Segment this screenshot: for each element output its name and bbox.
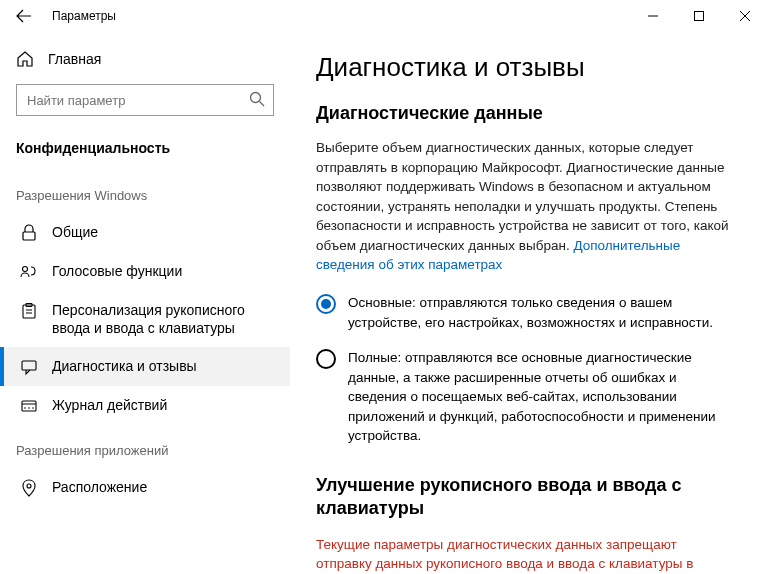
radio-full[interactable]: Полные: отправляются все основные диагно…	[316, 348, 736, 446]
sidebar-item-activity[interactable]: Журнал действий	[0, 386, 290, 425]
svg-rect-1	[695, 12, 704, 21]
svg-point-2	[251, 93, 261, 103]
feedback-icon	[20, 358, 38, 376]
activity-icon	[20, 397, 38, 415]
sidebar: Главная Конфиденциальность Разрешения Wi…	[0, 32, 290, 574]
sidebar-item-label: Общие	[52, 223, 98, 241]
group-app-permissions: Разрешения приложений	[0, 425, 290, 468]
location-icon	[20, 479, 38, 497]
home-label: Главная	[48, 51, 101, 67]
home-icon	[16, 50, 34, 68]
svg-point-15	[32, 408, 34, 410]
intro-text: Выберите объем диагностических данных, к…	[316, 140, 729, 253]
sidebar-item-label: Диагностика и отзывы	[52, 357, 197, 375]
radio-button-icon	[316, 294, 336, 314]
minimize-icon	[648, 11, 658, 21]
warning-text: Текущие параметры диагностических данных…	[316, 535, 736, 574]
svg-line-3	[260, 102, 265, 107]
group-windows-permissions: Разрешения Windows	[0, 170, 290, 213]
category-title: Конфиденциальность	[0, 134, 290, 170]
sidebar-item-speech[interactable]: Голосовые функции	[0, 252, 290, 291]
sidebar-item-general[interactable]: Общие	[0, 213, 290, 252]
radio-button-icon	[316, 349, 336, 369]
home-nav[interactable]: Главная	[0, 42, 290, 76]
section-heading-diagnostic: Диагностические данные	[316, 103, 736, 124]
content-area: Диагностика и отзывы Диагностические дан…	[290, 32, 768, 574]
close-icon	[740, 11, 750, 21]
page-title: Диагностика и отзывы	[316, 52, 736, 83]
maximize-button[interactable]	[676, 0, 722, 32]
sidebar-item-inking[interactable]: Персонализация рукописного ввода и ввода…	[0, 291, 290, 347]
search-input[interactable]	[16, 84, 274, 116]
sidebar-item-label: Голосовые функции	[52, 262, 182, 280]
speech-icon	[20, 263, 38, 281]
back-button[interactable]	[8, 0, 40, 32]
sidebar-item-label: Журнал действий	[52, 396, 167, 414]
sidebar-item-label: Расположение	[52, 478, 147, 496]
search-icon	[248, 90, 266, 108]
svg-point-16	[27, 484, 31, 488]
window-title: Параметры	[52, 9, 116, 23]
svg-point-14	[28, 408, 30, 410]
close-button[interactable]	[722, 0, 768, 32]
maximize-icon	[694, 11, 704, 21]
sidebar-item-label: Персонализация рукописного ввода и ввода…	[52, 301, 274, 337]
intro-paragraph: Выберите объем диагностических данных, к…	[316, 138, 736, 275]
radio-basic-label: Основные: отправляются только сведения о…	[348, 293, 736, 332]
svg-point-13	[24, 408, 26, 410]
sidebar-item-location[interactable]: Расположение	[0, 468, 290, 507]
radio-basic[interactable]: Основные: отправляются только сведения о…	[316, 293, 736, 332]
svg-rect-11	[22, 401, 36, 411]
sidebar-item-diagnostics[interactable]: Диагностика и отзывы	[0, 347, 290, 386]
svg-rect-10	[22, 361, 36, 370]
lock-icon	[20, 224, 38, 242]
radio-full-label: Полные: отправляются все основные диагно…	[348, 348, 736, 446]
arrow-left-icon	[16, 8, 32, 24]
svg-point-5	[23, 267, 28, 272]
clipboard-icon	[20, 302, 38, 320]
section-heading-inking: Улучшение рукописного ввода и ввода с кл…	[316, 474, 736, 521]
svg-rect-4	[23, 232, 35, 240]
minimize-button[interactable]	[630, 0, 676, 32]
